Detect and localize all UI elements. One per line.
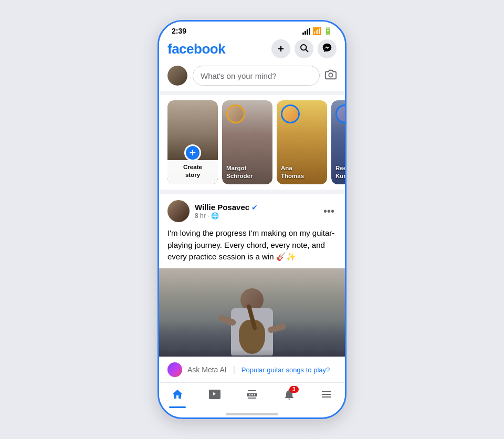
signal-icon: [302, 28, 310, 35]
story-margot[interactable]: Margot Schroder: [222, 100, 272, 184]
story-reer-surname: Kum...: [335, 173, 345, 179]
video-icon: [208, 388, 221, 403]
feed: Willie Posavec ✔ 8 hr · 🌐 ••• I'm loving…: [159, 194, 345, 357]
post-text: I'm loving the progress I'm making on my…: [159, 225, 345, 268]
story-ana-name: Ana: [281, 165, 292, 171]
verified-badge: ✔: [251, 203, 258, 212]
post-placeholder: What's on your mind?: [201, 71, 277, 80]
post-meta: 8 hr · 🌐: [195, 212, 258, 220]
home-indicator: [159, 410, 345, 417]
menu-icon: [320, 388, 333, 403]
create-story-label1: Create: [183, 164, 202, 170]
post-author-name-row: Willie Posavec ✔: [195, 203, 258, 212]
meta-ai-bar[interactable]: Ask Meta AI | Popular guitar songs to pl…: [159, 357, 345, 382]
post-author-avatar: [167, 200, 190, 222]
post-image: [159, 268, 345, 357]
battery-icon: 🔋: [323, 27, 332, 35]
post-author-name: Willie Posavec: [195, 203, 249, 212]
status-time: 2:39: [172, 27, 186, 35]
home-active-bar: [169, 406, 186, 408]
svg-line-1: [306, 49, 308, 51]
create-story-plus-icon: +: [184, 144, 201, 161]
home-bar: [226, 413, 278, 415]
notification-badge: 3: [289, 386, 299, 393]
create-story-label2: story: [185, 172, 200, 178]
search-button[interactable]: [295, 39, 313, 58]
nav-menu[interactable]: [312, 386, 341, 405]
wifi-icon: 📶: [312, 27, 321, 35]
post-author-info: Willie Posavec ✔ 8 hr · 🌐: [167, 200, 258, 222]
meta-ai-label: Ask Meta AI: [187, 365, 227, 374]
messenger-button[interactable]: [318, 39, 337, 58]
facebook-logo: facebook: [167, 41, 225, 57]
create-story-card[interactable]: + Create story: [167, 100, 218, 184]
status-icons: 📶 🔋: [302, 27, 332, 35]
phone-frame: 2:39 📶 🔋 facebook +: [158, 20, 346, 419]
nav-marketplace[interactable]: [237, 386, 267, 405]
story-margot-surname: Schroder: [226, 173, 253, 179]
user-avatar: [167, 66, 187, 86]
meta-ai-icon: [167, 362, 182, 377]
svg-point-2: [329, 73, 332, 77]
story-reer[interactable]: Reer Kum...: [331, 100, 345, 184]
nav-notifications[interactable]: 3: [275, 386, 304, 405]
marketplace-icon: [246, 388, 258, 403]
story-reer-name: Reer: [335, 165, 345, 171]
bottom-nav: 3: [159, 382, 345, 410]
camera-icon[interactable]: [325, 69, 337, 83]
meta-ai-suggestion[interactable]: Popular guitar songs to play?: [242, 366, 330, 374]
nav-video[interactable]: [200, 386, 229, 405]
post-card: Willie Posavec ✔ 8 hr · 🌐 ••• I'm loving…: [159, 194, 345, 357]
header-actions: +: [271, 39, 337, 58]
story-margot-name: Margot: [226, 165, 246, 171]
status-bar: 2:39 📶 🔋: [159, 22, 345, 37]
post-author-details: Willie Posavec ✔ 8 hr · 🌐: [195, 203, 258, 220]
header: facebook +: [159, 37, 345, 62]
post-input[interactable]: What's on your mind?: [193, 66, 320, 86]
story-avatar-ring-ana: [281, 104, 300, 123]
add-button[interactable]: +: [271, 39, 290, 58]
search-icon: [299, 43, 309, 55]
story-ana-surname: Thomas: [281, 173, 304, 179]
post-input-bar: What's on your mind?: [159, 62, 345, 95]
post-more-button[interactable]: •••: [321, 203, 337, 220]
messenger-icon: [322, 43, 332, 56]
nav-home[interactable]: [163, 386, 192, 405]
home-icon: [171, 388, 184, 403]
post-header: Willie Posavec ✔ 8 hr · 🌐 •••: [159, 194, 345, 225]
story-avatar-ring-margot: [226, 104, 245, 123]
story-ana[interactable]: Ana Thomas: [277, 100, 327, 184]
meta-ai-separator: |: [233, 365, 235, 374]
stories-strip: + Create story Margot Schroder: [159, 95, 345, 194]
plus-icon: +: [278, 43, 284, 55]
